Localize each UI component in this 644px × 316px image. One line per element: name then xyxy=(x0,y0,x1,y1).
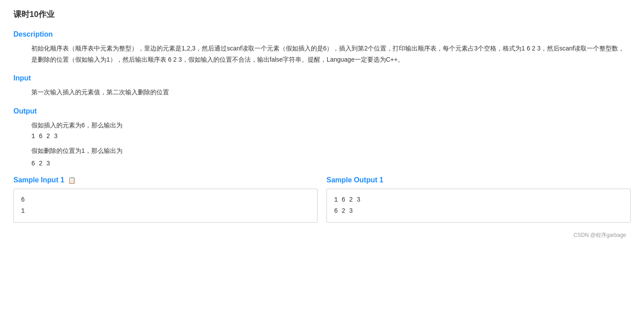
description-heading: Description xyxy=(13,30,631,38)
sample-output-block: Sample Output 1 1 6 2 3 6 2 3 xyxy=(326,176,631,223)
output-line5: 6 2 3 xyxy=(13,160,631,167)
input-content: 第一次输入插入的元素值，第二次输入删除的位置 xyxy=(13,87,631,98)
input-heading: Input xyxy=(13,74,631,82)
sample-input-label: Sample Input 1 xyxy=(13,176,64,184)
output-heading: Output xyxy=(13,107,631,115)
sample-output-box: 1 6 2 3 6 2 3 xyxy=(326,189,631,223)
description-section: Description 初始化顺序表（顺序表中元素为整型），里边的元素是1,2,… xyxy=(13,30,631,65)
footer-note: CSDN @程序garbage xyxy=(13,232,631,239)
sample-section: Sample Input 1 📋 61 Sample Output 1 1 6 … xyxy=(13,176,631,223)
copy-icon[interactable]: 📋 xyxy=(68,177,76,184)
sample-output-heading: Sample Output 1 xyxy=(326,176,631,184)
output-line3: 假如删除的位置为1，那么输出为 xyxy=(13,145,631,156)
output-section: Output 假如插入的元素为6，那么输出为 1 6 2 3 假如删除的位置为1… xyxy=(13,107,631,167)
output-line1: 假如插入的元素为6，那么输出为 xyxy=(13,120,631,131)
description-content: 初始化顺序表（顺序表中元素为整型），里边的元素是1,2,3，然后通过scanf读… xyxy=(13,43,631,65)
sample-output-label: Sample Output 1 xyxy=(326,176,383,184)
output-line2: 1 6 2 3 xyxy=(13,133,631,140)
input-section: Input 第一次输入插入的元素值，第二次输入删除的位置 xyxy=(13,74,631,98)
sample-input-block: Sample Input 1 📋 61 xyxy=(13,176,318,223)
sample-input-box: 61 xyxy=(13,189,318,223)
page-title: 课时10作业 xyxy=(13,9,631,20)
sample-input-heading: Sample Input 1 📋 xyxy=(13,176,318,184)
